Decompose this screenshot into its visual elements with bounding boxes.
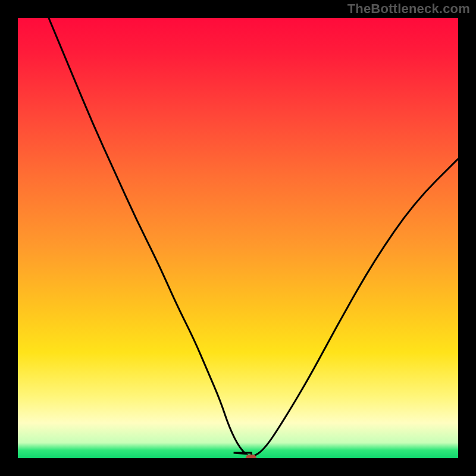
bottleneck-curve [18, 18, 458, 458]
minimum-marker [246, 455, 256, 458]
chart-frame: TheBottleneck.com [0, 0, 476, 476]
watermark-text: TheBottleneck.com [347, 1, 470, 17]
plot-area [18, 18, 458, 458]
curve-path [49, 18, 458, 456]
